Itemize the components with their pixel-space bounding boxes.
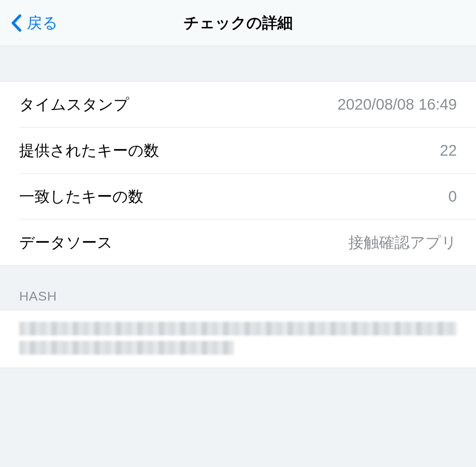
row-label: タイムスタンプ	[19, 94, 129, 115]
redacted-line	[19, 322, 457, 335]
page-title: チェックの詳細	[0, 12, 476, 33]
row-label: 提供されたキーの数	[19, 140, 159, 161]
list-item: タイムスタンプ 2020/08/08 16:49	[0, 82, 476, 127]
list-item: 提供されたキーの数 22	[0, 128, 476, 173]
list-item: データソース 接触確認アプリ	[0, 220, 476, 265]
redacted-line	[19, 341, 234, 355]
row-value: 22	[440, 142, 457, 159]
row-label: 一致したキーの数	[19, 186, 143, 207]
row-value: 接触確認アプリ	[348, 232, 457, 253]
chevron-left-icon	[11, 14, 21, 32]
details-section: タイムスタンプ 2020/08/08 16:49 提供されたキーの数 22 一致…	[0, 81, 476, 266]
list-item: 一致したキーの数 0	[0, 174, 476, 219]
row-value: 0	[448, 188, 457, 205]
section-header-hash: HASH	[0, 266, 476, 310]
row-value: 2020/08/08 16:49	[338, 96, 457, 113]
row-label: データソース	[19, 232, 113, 253]
hash-section	[0, 310, 476, 368]
back-button[interactable]: 戻る	[0, 12, 58, 33]
back-label: 戻る	[27, 12, 58, 33]
spacer	[0, 46, 476, 81]
navigation-bar: 戻る チェックの詳細	[0, 0, 476, 46]
hash-value-redacted	[19, 322, 457, 355]
